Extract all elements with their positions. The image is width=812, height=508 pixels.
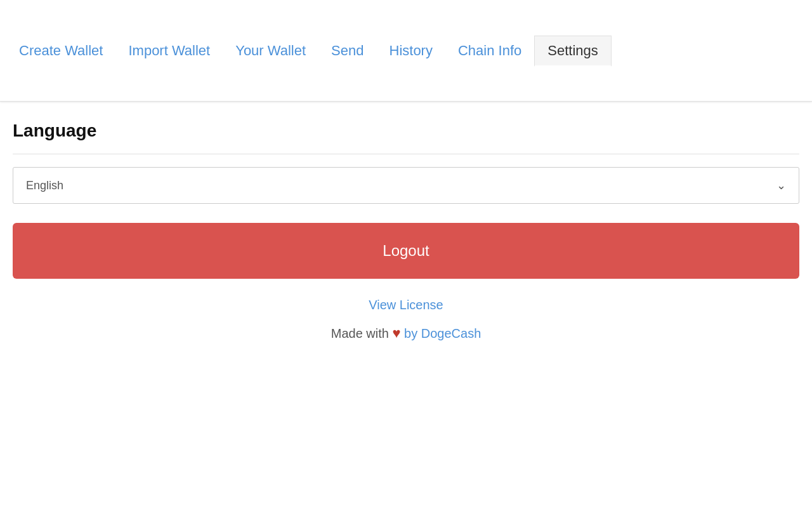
main-content: Language English Spanish French ⌄ Logout… [0, 102, 812, 361]
language-select-wrapper: English Spanish French ⌄ [13, 167, 799, 204]
language-divider [13, 154, 799, 154]
nav-item-send[interactable]: Send [318, 36, 376, 65]
footer-brand-text: by DogeCash [404, 326, 481, 340]
nav-item-create-wallet[interactable]: Create Wallet [6, 36, 115, 65]
footer-pre-text: Made with [331, 326, 389, 340]
footer-text: Made with ♥ by DogeCash [13, 325, 799, 342]
language-section-title: Language [13, 121, 799, 141]
logout-button[interactable]: Logout [13, 223, 799, 279]
heart-icon: ♥ [392, 325, 400, 341]
view-license-link[interactable]: View License [13, 298, 799, 312]
navigation-bar: Create Wallet Import Wallet Your Wallet … [0, 0, 812, 102]
nav-item-settings[interactable]: Settings [534, 36, 612, 67]
nav-item-import-wallet[interactable]: Import Wallet [115, 36, 223, 65]
nav-item-history[interactable]: History [377, 36, 445, 65]
language-select[interactable]: English Spanish French [13, 168, 799, 203]
nav-item-chain-info[interactable]: Chain Info [445, 36, 534, 65]
nav-item-your-wallet[interactable]: Your Wallet [223, 36, 318, 65]
